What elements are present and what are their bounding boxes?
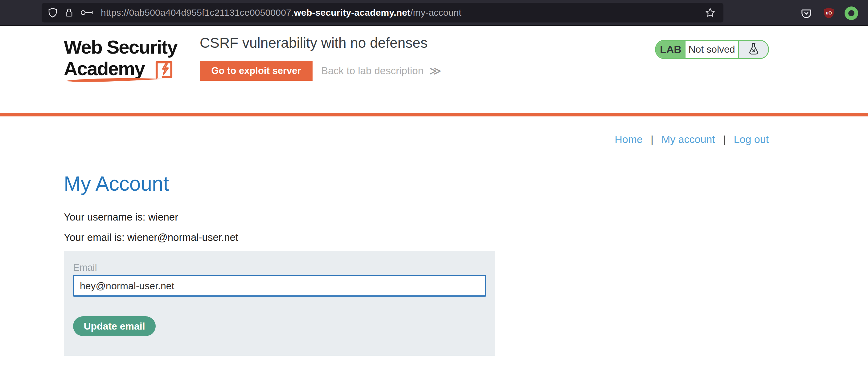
pocket-icon[interactable] [800, 7, 812, 20]
lab-flask-section [738, 41, 768, 58]
lock-icon[interactable] [64, 7, 74, 18]
back-link-label: Back to lab description [321, 65, 424, 77]
username-line: Your username is: wiener [64, 211, 178, 223]
nav-separator: | [651, 133, 653, 145]
logo-underline-swoosh [63, 76, 167, 86]
key-icon[interactable] [80, 7, 94, 18]
proxy-ring-icon[interactable] [844, 6, 858, 20]
url-bar[interactable]: https://0ab500a404d955f1c21131ce00500007… [41, 3, 723, 23]
email-input[interactable] [73, 275, 486, 297]
nav-separator: | [723, 133, 726, 145]
lab-status-widget: LAB Not solved [655, 40, 769, 59]
back-to-lab-description-link[interactable]: Back to lab description ≫ [321, 61, 441, 81]
nav-link-log-out[interactable]: Log out [734, 133, 769, 145]
change-email-form: Email Update email [64, 251, 495, 356]
url-domain: web-security-academy.net [294, 7, 410, 18]
nav-link-home[interactable]: Home [615, 133, 643, 145]
url-path: /my-account [410, 7, 461, 18]
lab-title: CSRF vulnerability with no defenses [200, 34, 428, 51]
double-chevron-icon: ≫ [429, 64, 441, 78]
page-title: My Account [64, 172, 169, 195]
url-prefix: https://0ab500a404d955f1c21131ce00500007… [101, 7, 294, 18]
bookmark-star-icon[interactable] [704, 7, 716, 20]
svg-text:uO: uO [826, 10, 832, 15]
email-line: Your email is: wiener@normal-user.net [64, 232, 238, 243]
logo-text-line2[interactable]: Academy [64, 59, 145, 78]
ublock-origin-icon[interactable]: uO [823, 6, 835, 20]
shield-icon[interactable] [47, 7, 58, 18]
lab-status-text: Not solved [685, 41, 738, 58]
update-email-button[interactable]: Update email [73, 316, 156, 336]
browser-toolbar: https://0ab500a404d955f1c21131ce00500007… [0, 0, 868, 26]
header-orange-rule [0, 113, 868, 116]
url-text: https://0ab500a404d955f1c21131ce00500007… [101, 7, 461, 18]
account-nav: Home | My account | Log out [615, 133, 769, 145]
logo-text-line1[interactable]: Web Security [64, 38, 177, 57]
email-field-label: Email [73, 262, 97, 273]
nav-link-my-account[interactable]: My account [661, 133, 715, 145]
go-to-exploit-server-button[interactable]: Go to exploit server [200, 61, 313, 81]
lab-badge: LAB [656, 41, 685, 58]
flask-icon [747, 42, 761, 57]
header-divider [192, 38, 192, 85]
